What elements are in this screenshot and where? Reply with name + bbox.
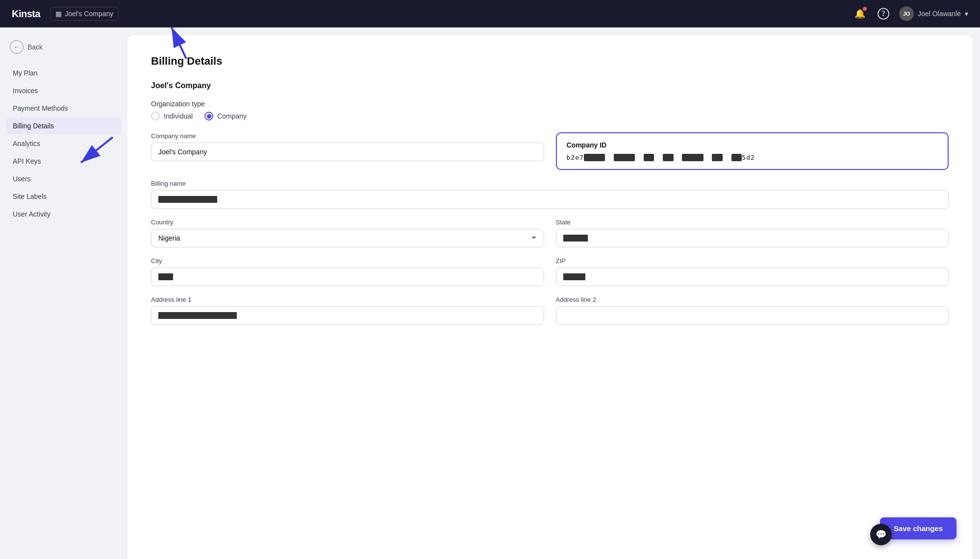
user-menu[interactable]: JO Joel Olawanle ▾ — [899, 6, 968, 21]
radio-individual-circle — [151, 112, 160, 121]
back-button[interactable]: ← Back — [6, 37, 47, 57]
company-switcher-icon: ▦ — [55, 10, 62, 18]
top-navbar: Kinsta ▦ Joel's Company 🔔 ? JO Joel Olaw… — [0, 0, 980, 27]
company-id-value: b2e7████ ████ ██ ██ ████ ██ ██5d2 — [567, 154, 938, 161]
country-field-group: Country Nigeria United States United Kin… — [151, 219, 544, 247]
back-label: Back — [27, 43, 43, 51]
company-id-box: Company ID b2e7████ ████ ██ ██ ████ ██ █… — [556, 132, 949, 170]
radio-company[interactable]: Company — [204, 112, 247, 121]
radio-company-label: Company — [217, 112, 247, 120]
address1-label: Address line 1 — [151, 296, 544, 303]
radio-individual-label: Individual — [164, 112, 193, 120]
sidebar-item-my-plan[interactable]: My Plan — [6, 65, 122, 81]
city-input[interactable] — [151, 267, 544, 286]
company-name-label: Company name — [151, 132, 544, 140]
zip-label: ZIP — [556, 257, 949, 265]
billing-name-label: Billing name — [151, 180, 949, 187]
country-state-row: Country Nigeria United States United Kin… — [151, 219, 949, 247]
radio-company-circle — [204, 112, 213, 121]
address2-field-group: Address line 2 — [556, 296, 949, 325]
address2-label: Address line 2 — [556, 296, 949, 303]
city-zip-row: City ZIP — [151, 257, 949, 286]
kinsta-logo: Kinsta — [12, 8, 40, 20]
section-subtitle: Joel's Company — [151, 81, 949, 90]
address2-input[interactable] — [556, 306, 949, 325]
billing-name-input[interactable] — [151, 190, 949, 209]
app-layout: ← Back My Plan Invoices Payment Methods … — [0, 27, 980, 559]
sidebar-item-analytics[interactable]: Analytics — [6, 135, 122, 152]
sidebar-item-user-activity[interactable]: User Activity — [6, 206, 122, 222]
sidebar: ← Back My Plan Invoices Payment Methods … — [0, 27, 127, 559]
help-button[interactable]: ? — [876, 6, 891, 22]
company-id-label: Company ID — [567, 141, 938, 149]
country-select[interactable]: Nigeria United States United Kingdom Can… — [151, 229, 544, 247]
user-name: Joel Olawanle — [918, 10, 961, 18]
sidebar-item-billing-details[interactable]: Billing Details — [6, 118, 122, 134]
address1-input[interactable] — [151, 306, 544, 325]
company-name: Joel's Company — [65, 10, 113, 18]
back-circle-icon: ← — [10, 40, 24, 54]
country-label: Country — [151, 219, 544, 226]
billing-name-field-group: Billing name — [151, 180, 949, 209]
company-name-field-group: Company name — [151, 132, 544, 170]
sidebar-item-users[interactable]: Users — [6, 170, 122, 187]
city-field-group: City — [151, 257, 544, 286]
sidebar-item-invoices[interactable]: Invoices — [6, 82, 122, 99]
sidebar-item-payment-methods[interactable]: Payment Methods — [6, 100, 122, 117]
avatar: JO — [899, 6, 914, 21]
radio-individual[interactable]: Individual — [151, 112, 193, 121]
city-label: City — [151, 257, 544, 265]
sidebar-item-site-labels[interactable]: Site Labels — [6, 188, 122, 205]
state-label: State — [556, 219, 949, 226]
zip-field-group: ZIP — [556, 257, 949, 286]
main-content: Billing Details Joel's Company Organizat… — [127, 35, 972, 559]
org-type-label: Organization type — [151, 100, 949, 108]
notifications-button[interactable]: 🔔 — [852, 6, 868, 22]
sidebar-item-api-keys[interactable]: API Keys — [6, 153, 122, 170]
company-name-input[interactable] — [151, 143, 544, 161]
org-type-row: Individual Company — [151, 112, 949, 121]
notification-badge — [863, 7, 867, 11]
zip-input[interactable] — [556, 267, 949, 286]
page-title: Billing Details — [151, 55, 949, 68]
address1-field-group: Address line 1 — [151, 296, 544, 325]
state-input[interactable] — [556, 229, 949, 247]
help-icon: ? — [878, 8, 889, 20]
company-switcher[interactable]: ▦ Joel's Company — [50, 7, 119, 21]
chat-bubble-button[interactable]: 💬 — [870, 524, 892, 545]
state-field-group: State — [556, 219, 949, 247]
address-row: Address line 1 Address line 2 — [151, 296, 949, 325]
chat-icon: 💬 — [876, 529, 886, 540]
chevron-down-icon: ▾ — [965, 10, 968, 18]
company-name-id-row: Company name Company ID b2e7████ ████ ██… — [151, 132, 949, 170]
